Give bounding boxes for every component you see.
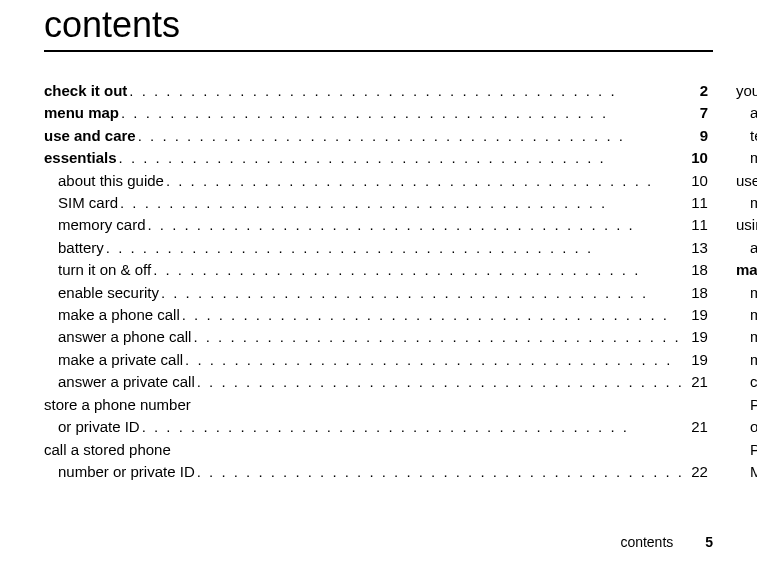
toc-entry-page: 19 [686,326,708,348]
toc-dots [195,371,686,393]
toc-entry-label: MMS [750,461,757,483]
toc-entry-label: menu map [44,102,119,124]
toc-columns: check it out 2 menu map 7 use and care 9… [44,80,713,488]
toc-entry-label: memory card [58,214,146,236]
toc-dots [118,192,686,214]
toc-entry-label: PTX features [750,394,757,416]
page-footer: contents 5 [620,534,713,550]
toc-entry-page: 18 [686,282,708,304]
toc-dots [159,282,686,304]
toc-entry-page: 18 [686,259,708,281]
toc-subsection: your phone number and Private ID23 text … [736,80,757,259]
toc-entry-label: enable security [58,282,159,304]
toc-entry-label: answer a private call [58,371,195,393]
toc-entry-label: essentials [44,147,117,169]
toc-entry-label: use your phone as USB [736,172,757,189]
toc-dots [183,349,686,371]
toc-entry-label: my videos [750,349,757,371]
toc-entry-page: 19 [686,349,708,371]
toc-entry-label: store a phone number [44,396,191,413]
toc-entry-label: turn it on & off [58,259,151,281]
toc-entry-page: 11 [686,192,708,214]
toc-dots [136,125,686,147]
footer-page-number: 5 [705,534,713,550]
toc-dots [164,170,686,192]
toc-entry-page: 21 [686,371,708,393]
toc-entry-label: SIM card [58,192,118,214]
toc-subsection: multimedia30 my music34 my images42 my v… [736,282,757,484]
toc-dots [146,214,686,236]
toc-col-1: check it out 2 menu map 7 use and care 9… [44,80,708,488]
toc-dots [117,147,686,169]
toc-entry-label: use and care [44,125,136,147]
toc-entry-label: my music [750,304,757,326]
toc-dots [180,304,686,326]
page-title: contents [44,4,180,50]
toc-entry-page: 7 [686,102,708,124]
toc-entry-page: 13 [686,237,708,259]
toc-dots [119,102,686,124]
toc-entry-label: your phone number [736,82,757,99]
toc-entry-label: multimedia [750,282,757,304]
toc-entry-label: mass storage device [750,192,757,214]
toc-entry-label: about this guide [58,170,164,192]
toc-dots [127,80,686,102]
toc-dots [191,326,686,348]
toc-entry-label: main attractions [736,259,757,281]
toc-entry-label: or private ID [58,416,140,438]
toc-entry-label: using your handset [736,216,757,233]
toc-entry-label: one touch PTT [750,416,757,438]
toc-entry-label: number or private ID [58,461,195,483]
toc-entry-page: 10 [686,147,708,169]
toc-entry-label: my images [750,326,757,348]
toc-entry-label: battery [58,237,104,259]
toc-entry-label: make a phone call [58,304,180,326]
toc-entry-page: 2 [686,80,708,102]
footer-label: contents [620,534,673,550]
toc-entry-label: camera [750,371,757,393]
toc-entry-page: 11 [686,214,708,236]
toc-entry-label: text messages [750,125,757,147]
toc-entry-page: 21 [686,416,708,438]
toc-entry-page: 9 [686,125,708,147]
toc-entry-page: 22 [686,461,708,483]
toc-entry-label: check it out [44,80,127,102]
toc-entry-page: 19 [686,304,708,326]
toc-dots [151,259,686,281]
toc-dots [104,237,686,259]
toc-entry-label: call a stored phone [44,441,171,458]
toc-entry-label: as a modem [750,237,757,259]
toc-entry-label: PT manager [750,439,757,461]
toc-entry-label: and Private ID [750,102,757,124]
toc-entry-label: manage memory [750,147,757,169]
toc-entry-page: 10 [686,170,708,192]
toc-entry-label: answer a phone call [58,326,191,348]
toc-col-2: your phone number and Private ID23 text … [736,80,757,488]
toc-dots [140,416,686,438]
toc-dots [195,461,686,483]
toc-subsection: about this guide10 SIM card11 memory car… [44,170,708,484]
toc-entry-label: make a private call [58,349,183,371]
